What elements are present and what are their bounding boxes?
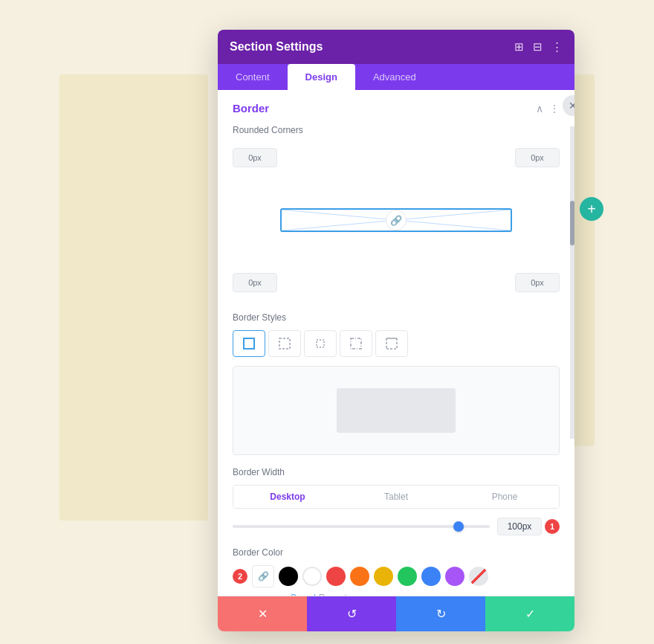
- color-swatch-purple[interactable]: [445, 567, 464, 586]
- border-section-header: Border ∧ ⋮: [233, 102, 560, 115]
- border-width-section: Border Width Desktop Tablet Phone 1: [233, 467, 560, 535]
- tab-design[interactable]: Design: [288, 64, 355, 90]
- color-swatch-green[interactable]: [398, 567, 417, 586]
- color-link-icon[interactable]: 🔗: [252, 565, 274, 587]
- save-button[interactable]: ✓: [485, 596, 574, 631]
- border-width-slider-row: 1: [233, 518, 560, 535]
- svg-rect-5: [351, 338, 361, 349]
- corner-top-left-input[interactable]: [233, 148, 277, 167]
- color-row: 2 🔗: [233, 565, 560, 587]
- panel-header: Section Settings ⊞ ⊟ ⋮: [218, 30, 574, 64]
- scrollbar-thumb[interactable]: [570, 201, 574, 245]
- border-style-options: [233, 330, 560, 357]
- border-width-badge: 1: [545, 519, 560, 534]
- color-swatch-blue[interactable]: [421, 567, 441, 586]
- corner-bottom-right-input[interactable]: [515, 273, 560, 292]
- border-style-dashed-inner[interactable]: [304, 330, 337, 357]
- color-swatch-white[interactable]: [302, 567, 322, 586]
- corner-bottom-left-input[interactable]: [233, 273, 277, 292]
- border-width-label: Border Width: [233, 467, 560, 477]
- resp-tab-desktop[interactable]: Desktop: [233, 486, 342, 508]
- bottom-toolbar: ✕ ↺ ↻ ✓: [218, 596, 574, 631]
- responsive-icon[interactable]: ⊞: [514, 40, 524, 54]
- slider-fill: [233, 525, 464, 528]
- section-actions: ∧ ⋮: [536, 103, 560, 115]
- color-swatch-none[interactable]: [469, 567, 488, 586]
- rounded-corners-grid: 🔗: [233, 143, 560, 297]
- settings-panel: ✕ Section Settings ⊞ ⊟ ⋮ Content Design …: [218, 30, 574, 631]
- svg-rect-2: [244, 338, 254, 349]
- rounded-corners-label: Rounded Corners: [233, 125, 560, 135]
- reset-button[interactable]: ↺: [307, 596, 396, 631]
- border-width-value[interactable]: [497, 518, 542, 535]
- tabs-bar: Content Design Advanced: [218, 64, 574, 90]
- slider-value-box: 1: [497, 518, 560, 535]
- border-color-badge: 2: [233, 569, 247, 584]
- more-icon[interactable]: ⋮: [551, 40, 563, 54]
- border-style-solid[interactable]: [233, 330, 265, 357]
- redo-button[interactable]: ↻: [396, 596, 485, 631]
- add-element-button[interactable]: +: [580, 197, 603, 221]
- border-section-title: Border: [233, 102, 269, 115]
- tab-content[interactable]: Content: [218, 64, 288, 90]
- border-styles-section: Border Styles: [233, 312, 560, 455]
- layout-icon[interactable]: ⊟: [533, 40, 543, 54]
- border-preview-inner: [337, 388, 456, 433]
- panel-title: Section Settings: [230, 40, 323, 54]
- corner-top-right-input[interactable]: [515, 148, 560, 167]
- color-swatch-black[interactable]: [279, 567, 298, 586]
- scrollbar[interactable]: [570, 126, 574, 439]
- border-width-slider[interactable]: [233, 525, 490, 528]
- panel-content: Border ∧ ⋮ Rounded Corners 🔗: [218, 90, 574, 596]
- saved-button[interactable]: Saved: [291, 593, 316, 596]
- border-styles-label: Border Styles: [233, 312, 560, 323]
- border-style-mixed[interactable]: [340, 330, 372, 357]
- dots-icon[interactable]: ···: [279, 592, 288, 596]
- border-color-label: Border Color: [233, 547, 560, 558]
- resp-tab-tablet[interactable]: Tablet: [342, 486, 450, 508]
- recent-button[interactable]: Recent: [319, 593, 347, 596]
- bg-left-panel: [59, 74, 208, 521]
- tab-advanced[interactable]: Advanced: [355, 64, 434, 90]
- border-color-section: Border Color 2 🔗 ··· Saved Recent: [233, 547, 560, 596]
- corner-visual: 🔗: [280, 208, 512, 232]
- border-preview: [233, 366, 560, 455]
- color-swatch-red[interactable]: [326, 567, 346, 586]
- svg-rect-4: [317, 340, 324, 347]
- svg-rect-3: [279, 338, 290, 349]
- color-swatch-yellow[interactable]: [374, 567, 393, 586]
- cancel-button[interactable]: ✕: [218, 596, 307, 631]
- border-style-dashed-outer[interactable]: [268, 330, 301, 357]
- collapse-icon[interactable]: ∧: [536, 103, 543, 115]
- border-style-partial[interactable]: [375, 330, 408, 357]
- header-icons: ⊞ ⊟ ⋮: [514, 40, 563, 54]
- link-icon[interactable]: 🔗: [386, 210, 407, 231]
- responsive-tabs: Desktop Tablet Phone: [233, 485, 560, 509]
- section-more-icon[interactable]: ⋮: [549, 103, 560, 115]
- resp-tab-phone[interactable]: Phone: [450, 486, 559, 508]
- slider-thumb[interactable]: [453, 521, 464, 532]
- color-swatch-orange[interactable]: [350, 567, 369, 586]
